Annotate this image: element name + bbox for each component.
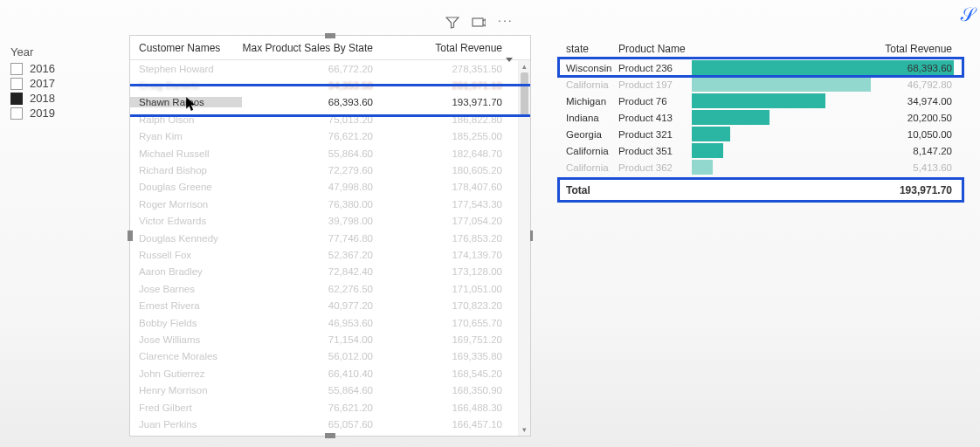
table-row[interactable]: MichiganProduct 7634,974.00 bbox=[561, 93, 961, 109]
cell-customer: Douglas Greene bbox=[130, 182, 242, 192]
cell-customer: Juan Perkins bbox=[130, 419, 242, 430]
resize-handle[interactable] bbox=[325, 33, 335, 38]
focus-mode-icon[interactable] bbox=[472, 16, 486, 32]
slicer-item-label: 2016 bbox=[30, 62, 55, 75]
checkbox-icon[interactable] bbox=[10, 107, 23, 120]
scroll-thumb[interactable] bbox=[521, 72, 528, 116]
table-row[interactable]: CaliforniaProduct 3625,413.60 bbox=[561, 159, 961, 175]
cell-customer: Jose Barnes bbox=[130, 284, 242, 294]
table-row[interactable]: Ryan Kim76,621.20185,255.00 bbox=[130, 128, 530, 145]
cell-product: Product 236 bbox=[618, 63, 692, 73]
table-row[interactable]: GeorgiaProduct 32110,050.00 bbox=[561, 126, 961, 142]
cell-product: Product 362 bbox=[618, 162, 692, 173]
filter-icon[interactable] bbox=[445, 16, 459, 32]
more-options-icon[interactable]: ··· bbox=[498, 16, 514, 32]
table-row[interactable]: Victor Edwards39,798.00177,054.20 bbox=[130, 213, 530, 230]
slicer-item-2019[interactable]: 2019 bbox=[10, 107, 107, 120]
cell-max: 47,998.80 bbox=[242, 182, 373, 192]
cell-customer: Clarence Morales bbox=[130, 351, 242, 361]
cell-max: 76,380.00 bbox=[242, 199, 373, 210]
table-row[interactable]: John Gutierrez66,410.40168,545.20 bbox=[130, 365, 530, 382]
cell-max: 76,621.20 bbox=[242, 402, 373, 413]
total-row: Total 193,971.70 bbox=[561, 179, 961, 200]
scrollbar[interactable]: ▴ ▾ bbox=[518, 60, 530, 436]
table-row[interactable]: Clarence Morales56,012.00169,335.80 bbox=[130, 348, 530, 365]
table-row[interactable]: Douglas Greene47,998.80178,407.60 bbox=[130, 179, 530, 196]
cell-customer: Stephen Howard bbox=[130, 64, 242, 74]
cell-max: 52,367.20 bbox=[242, 250, 373, 260]
cell-rev: 166,488.30 bbox=[373, 402, 530, 413]
cell-customer: Russell Fox bbox=[130, 250, 242, 260]
cell-rev: 186,822.80 bbox=[373, 114, 530, 125]
cell-max: 55,864.60 bbox=[242, 148, 373, 159]
data-bar bbox=[692, 77, 871, 92]
table-row[interactable]: Roger Morrison76,380.00177,543.30 bbox=[130, 196, 530, 212]
year-slicer[interactable]: Year 2016201720182019 bbox=[10, 45, 107, 121]
cell-rev: 177,054.20 bbox=[373, 216, 530, 226]
slicer-item-2017[interactable]: 2017 bbox=[10, 77, 107, 90]
slicer-item-2018[interactable]: 2018 bbox=[10, 92, 107, 105]
scroll-down-arrow[interactable]: ▾ bbox=[519, 423, 530, 436]
table-row[interactable]: Stephen Howard66,772.20278,351.50 bbox=[130, 60, 530, 77]
cell-state: California bbox=[561, 146, 618, 156]
table-row[interactable]: Juan Perkins65,057.60166,457.10 bbox=[130, 416, 530, 432]
cell-max: 66,772.20 bbox=[242, 64, 373, 74]
cell-state: Michigan bbox=[561, 96, 618, 107]
table-row[interactable]: Craig Daniels34,353.50201,971.10 bbox=[130, 77, 530, 93]
table-row[interactable]: Ernest Rivera40,977.20170,823.20 bbox=[130, 297, 530, 313]
table-body: WisconsinProduct 23668,393.60CaliforniaP… bbox=[561, 59, 961, 175]
checkbox-icon[interactable] bbox=[10, 93, 23, 105]
col-product-name[interactable]: Product Name bbox=[618, 43, 692, 55]
slicer-item-2016[interactable]: 2016 bbox=[10, 62, 107, 75]
customer-table-visual[interactable]: Customer Names Max Product Sales By Stat… bbox=[129, 35, 531, 437]
cell-max: 62,276.50 bbox=[242, 284, 373, 294]
table-row[interactable]: Michael Russell55,864.60182,648.70 bbox=[130, 145, 530, 162]
slicer-item-label: 2019 bbox=[30, 107, 55, 120]
cell-customer: Ralph Olson bbox=[130, 114, 242, 125]
checkbox-icon[interactable] bbox=[10, 78, 23, 90]
table-row[interactable]: Douglas Kennedy77,746.80176,853.20 bbox=[130, 230, 530, 246]
table-row[interactable]: Henry Morrison55,864.60168,350.90 bbox=[130, 382, 530, 398]
col-total-revenue[interactable]: Total Revenue bbox=[692, 43, 961, 55]
cell-rev: 182,648.70 bbox=[373, 148, 530, 159]
cell-product: Product 76 bbox=[618, 96, 692, 107]
table-row[interactable]: Jose Williams71,154.00169,751.20 bbox=[130, 331, 530, 347]
cell-state: California bbox=[561, 79, 618, 90]
table-row[interactable]: Bobby Fields46,953.60170,655.70 bbox=[130, 314, 530, 331]
scroll-up-arrow[interactable]: ▴ bbox=[519, 60, 530, 72]
col-max-product-sales[interactable]: Max Product Sales By State bbox=[242, 42, 373, 54]
cell-customer: Jose Williams bbox=[130, 334, 242, 345]
table-row[interactable]: Shawn Ramos68,393.60193,971.70 bbox=[130, 94, 530, 111]
cell-customer: Douglas Kennedy bbox=[130, 233, 242, 244]
cell-customer: Roger Morrison bbox=[130, 199, 242, 210]
cell-max: 72,279.60 bbox=[242, 165, 373, 175]
cell-rev: 34,974.00 bbox=[692, 93, 961, 109]
cell-rev: 5,413.60 bbox=[692, 159, 961, 175]
cell-state: California bbox=[561, 162, 618, 173]
cell-rev: 178,407.60 bbox=[373, 182, 530, 192]
cell-customer: Bobby Fields bbox=[130, 318, 242, 328]
table-row[interactable]: Jose Barnes62,276.50171,051.00 bbox=[130, 280, 530, 297]
cell-customer: John Gutierrez bbox=[130, 368, 242, 379]
data-bar bbox=[692, 160, 713, 175]
checkbox-icon[interactable] bbox=[10, 63, 23, 75]
table-header-row: state Product Name Total Revenue bbox=[561, 38, 961, 59]
cell-rev: 170,823.20 bbox=[373, 300, 530, 311]
table-row[interactable]: WisconsinProduct 23668,393.60 bbox=[561, 59, 961, 76]
cell-max: 71,154.00 bbox=[242, 334, 373, 345]
table-row[interactable]: CaliforniaProduct 3518,147.20 bbox=[561, 142, 961, 159]
col-state[interactable]: state bbox=[561, 43, 618, 55]
table-row[interactable]: Fred Gilbert76,621.20166,488.30 bbox=[130, 399, 530, 416]
state-product-table-visual[interactable]: state Product Name Total Revenue Wiscons… bbox=[561, 38, 961, 200]
cell-rev: 168,350.90 bbox=[373, 385, 530, 395]
cell-customer: Richard Bishop bbox=[130, 165, 242, 175]
col-total-revenue[interactable]: Total Revenue bbox=[373, 42, 518, 54]
table-row[interactable]: CaliforniaProduct 19746,792.80 bbox=[561, 76, 961, 93]
table-row[interactable]: Richard Bishop72,279.60180,605.20 bbox=[130, 162, 530, 178]
table-body: Stephen Howard66,772.20278,351.50Craig D… bbox=[130, 60, 530, 436]
table-row[interactable]: IndianaProduct 41320,200.50 bbox=[561, 109, 961, 126]
table-row[interactable]: Russell Fox52,367.20174,139.70 bbox=[130, 246, 530, 263]
col-customer-names[interactable]: Customer Names bbox=[130, 42, 242, 54]
table-row[interactable]: Aaron Bradley72,842.40173,128.00 bbox=[130, 264, 530, 280]
table-row[interactable]: Ralph Olson75,013.20186,822.80 bbox=[130, 111, 530, 127]
